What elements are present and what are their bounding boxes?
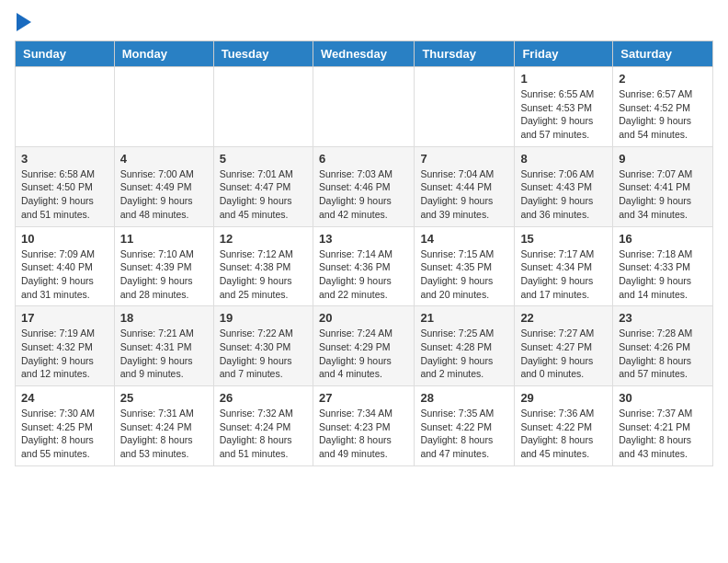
day-number: 4	[120, 152, 208, 166]
day-info: Sunrise: 7:21 AM Sunset: 4:31 PM Dayligh…	[120, 327, 208, 381]
calendar-cell: 8Sunrise: 7:06 AM Sunset: 4:43 PM Daylig…	[515, 146, 613, 226]
day-info: Sunrise: 7:06 AM Sunset: 4:43 PM Dayligh…	[520, 167, 607, 222]
day-info: Sunrise: 7:32 AM Sunset: 4:24 PM Dayligh…	[220, 407, 307, 461]
column-header-thursday: Thursday	[415, 41, 515, 67]
day-info: Sunrise: 7:03 AM Sunset: 4:46 PM Dayligh…	[319, 167, 408, 222]
day-number: 2	[619, 72, 707, 86]
calendar-cell: 3Sunrise: 6:58 AM Sunset: 4:50 PM Daylig…	[16, 146, 115, 226]
calendar-header-row: SundayMondayTuesdayWednesdayThursdayFrid…	[16, 41, 713, 67]
calendar-cell: 23Sunrise: 7:28 AM Sunset: 4:26 PM Dayli…	[613, 306, 713, 386]
day-number: 30	[619, 391, 707, 405]
day-info: Sunrise: 6:57 AM Sunset: 4:52 PM Dayligh…	[619, 87, 707, 142]
page-header	[15, 15, 713, 31]
day-info: Sunrise: 7:17 AM Sunset: 4:34 PM Dayligh…	[520, 247, 607, 302]
day-info: Sunrise: 7:07 AM Sunset: 4:41 PM Dayligh…	[619, 167, 707, 222]
calendar-cell: 5Sunrise: 7:01 AM Sunset: 4:47 PM Daylig…	[213, 146, 313, 226]
day-number: 17	[21, 311, 108, 325]
day-info: Sunrise: 7:10 AM Sunset: 4:39 PM Dayligh…	[120, 247, 208, 302]
day-info: Sunrise: 7:12 AM Sunset: 4:38 PM Dayligh…	[220, 247, 307, 302]
calendar-cell	[213, 67, 313, 147]
day-number: 22	[520, 311, 607, 325]
calendar-cell	[114, 67, 213, 147]
day-number: 20	[319, 311, 408, 325]
day-info: Sunrise: 7:35 AM Sunset: 4:22 PM Dayligh…	[420, 407, 508, 461]
day-number: 6	[319, 152, 408, 166]
calendar-week-3: 10Sunrise: 7:09 AM Sunset: 4:40 PM Dayli…	[16, 226, 713, 306]
calendar-week-1: 1Sunrise: 6:55 AM Sunset: 4:53 PM Daylig…	[16, 67, 713, 147]
calendar-cell: 7Sunrise: 7:04 AM Sunset: 4:44 PM Daylig…	[415, 146, 515, 226]
day-info: Sunrise: 6:58 AM Sunset: 4:50 PM Dayligh…	[21, 167, 108, 222]
day-info: Sunrise: 7:09 AM Sunset: 4:40 PM Dayligh…	[21, 247, 108, 302]
calendar-cell	[16, 67, 115, 147]
calendar-cell: 18Sunrise: 7:21 AM Sunset: 4:31 PM Dayli…	[114, 306, 213, 386]
calendar-cell: 29Sunrise: 7:36 AM Sunset: 4:22 PM Dayli…	[515, 386, 613, 466]
day-info: Sunrise: 7:19 AM Sunset: 4:32 PM Dayligh…	[21, 327, 108, 381]
day-number: 16	[619, 232, 707, 246]
day-info: Sunrise: 7:31 AM Sunset: 4:24 PM Dayligh…	[120, 407, 208, 461]
day-info: Sunrise: 7:28 AM Sunset: 4:26 PM Dayligh…	[619, 327, 707, 381]
calendar-cell: 19Sunrise: 7:22 AM Sunset: 4:30 PM Dayli…	[213, 306, 313, 386]
day-number: 7	[420, 152, 508, 166]
calendar-cell: 11Sunrise: 7:10 AM Sunset: 4:39 PM Dayli…	[114, 226, 213, 306]
day-info: Sunrise: 7:25 AM Sunset: 4:28 PM Dayligh…	[420, 327, 508, 381]
day-number: 10	[21, 232, 108, 246]
calendar-cell: 4Sunrise: 7:00 AM Sunset: 4:49 PM Daylig…	[114, 146, 213, 226]
day-number: 21	[420, 311, 508, 325]
day-info: Sunrise: 6:55 AM Sunset: 4:53 PM Dayligh…	[520, 87, 607, 142]
day-info: Sunrise: 7:27 AM Sunset: 4:27 PM Dayligh…	[520, 327, 607, 381]
calendar-cell: 1Sunrise: 6:55 AM Sunset: 4:53 PM Daylig…	[515, 67, 613, 147]
day-number: 25	[120, 391, 208, 405]
calendar-table: SundayMondayTuesdayWednesdayThursdayFrid…	[15, 40, 713, 466]
day-number: 26	[220, 391, 307, 405]
day-info: Sunrise: 7:15 AM Sunset: 4:35 PM Dayligh…	[420, 247, 508, 302]
calendar-cell	[313, 67, 414, 147]
calendar-cell	[415, 67, 515, 147]
calendar-cell: 15Sunrise: 7:17 AM Sunset: 4:34 PM Dayli…	[515, 226, 613, 306]
column-header-monday: Monday	[114, 41, 213, 67]
calendar-week-4: 17Sunrise: 7:19 AM Sunset: 4:32 PM Dayli…	[16, 306, 713, 386]
calendar-cell: 25Sunrise: 7:31 AM Sunset: 4:24 PM Dayli…	[114, 386, 213, 466]
day-number: 14	[420, 232, 508, 246]
logo-arrow-icon	[17, 13, 31, 31]
column-header-sunday: Sunday	[16, 41, 115, 67]
day-info: Sunrise: 7:30 AM Sunset: 4:25 PM Dayligh…	[21, 407, 108, 461]
calendar-cell: 17Sunrise: 7:19 AM Sunset: 4:32 PM Dayli…	[16, 306, 115, 386]
column-header-wednesday: Wednesday	[313, 41, 414, 67]
day-info: Sunrise: 7:36 AM Sunset: 4:22 PM Dayligh…	[520, 407, 607, 461]
day-info: Sunrise: 7:22 AM Sunset: 4:30 PM Dayligh…	[220, 327, 307, 381]
calendar-cell: 24Sunrise: 7:30 AM Sunset: 4:25 PM Dayli…	[16, 386, 115, 466]
column-header-saturday: Saturday	[613, 41, 713, 67]
calendar-cell: 26Sunrise: 7:32 AM Sunset: 4:24 PM Dayli…	[213, 386, 313, 466]
calendar-cell: 22Sunrise: 7:27 AM Sunset: 4:27 PM Dayli…	[515, 306, 613, 386]
day-info: Sunrise: 7:37 AM Sunset: 4:21 PM Dayligh…	[619, 407, 707, 461]
calendar-cell: 21Sunrise: 7:25 AM Sunset: 4:28 PM Dayli…	[415, 306, 515, 386]
day-info: Sunrise: 7:14 AM Sunset: 4:36 PM Dayligh…	[319, 247, 408, 302]
calendar-cell: 20Sunrise: 7:24 AM Sunset: 4:29 PM Dayli…	[313, 306, 414, 386]
day-number: 24	[21, 391, 108, 405]
day-number: 18	[120, 311, 208, 325]
calendar-cell: 13Sunrise: 7:14 AM Sunset: 4:36 PM Dayli…	[313, 226, 414, 306]
logo	[15, 15, 31, 31]
calendar-cell: 28Sunrise: 7:35 AM Sunset: 4:22 PM Dayli…	[415, 386, 515, 466]
day-number: 28	[420, 391, 508, 405]
day-number: 27	[319, 391, 408, 405]
calendar-cell: 14Sunrise: 7:15 AM Sunset: 4:35 PM Dayli…	[415, 226, 515, 306]
day-info: Sunrise: 7:01 AM Sunset: 4:47 PM Dayligh…	[220, 167, 307, 222]
calendar-cell: 12Sunrise: 7:12 AM Sunset: 4:38 PM Dayli…	[213, 226, 313, 306]
day-info: Sunrise: 7:24 AM Sunset: 4:29 PM Dayligh…	[319, 327, 408, 381]
day-number: 12	[220, 232, 307, 246]
calendar-week-2: 3Sunrise: 6:58 AM Sunset: 4:50 PM Daylig…	[16, 146, 713, 226]
day-number: 3	[21, 152, 108, 166]
day-number: 13	[319, 232, 408, 246]
calendar-cell: 6Sunrise: 7:03 AM Sunset: 4:46 PM Daylig…	[313, 146, 414, 226]
column-header-friday: Friday	[515, 41, 613, 67]
day-number: 5	[220, 152, 307, 166]
calendar-cell: 10Sunrise: 7:09 AM Sunset: 4:40 PM Dayli…	[16, 226, 115, 306]
day-info: Sunrise: 7:00 AM Sunset: 4:49 PM Dayligh…	[120, 167, 208, 222]
day-number: 1	[520, 72, 607, 86]
calendar-week-5: 24Sunrise: 7:30 AM Sunset: 4:25 PM Dayli…	[16, 386, 713, 466]
column-header-tuesday: Tuesday	[213, 41, 313, 67]
day-info: Sunrise: 7:34 AM Sunset: 4:23 PM Dayligh…	[319, 407, 408, 461]
day-number: 11	[120, 232, 208, 246]
calendar-cell: 30Sunrise: 7:37 AM Sunset: 4:21 PM Dayli…	[613, 386, 713, 466]
